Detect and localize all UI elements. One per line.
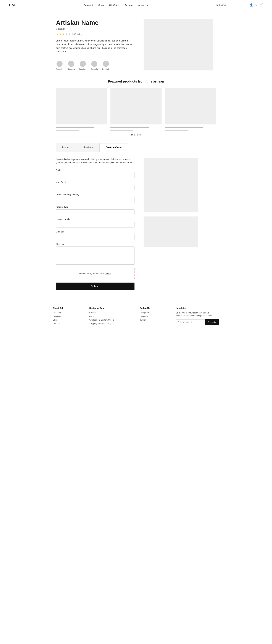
custom-details-input[interactable] xyxy=(56,222,134,228)
upload-link[interactable]: Upload xyxy=(105,272,111,275)
footer-links-social: Instagram Facebook Twitter xyxy=(140,311,150,321)
product-sub-bar-2 xyxy=(110,130,133,131)
search-box[interactable]: 🔍 xyxy=(214,3,247,7)
footer: About Safi Our Story Collections Shop Ar… xyxy=(0,299,272,331)
product-name-bar-2 xyxy=(110,126,149,128)
quantity-label: Quantity xyxy=(56,230,134,233)
footer-link-faqs[interactable]: FAQs xyxy=(89,315,94,318)
artisan-name: Artisian Name xyxy=(56,19,134,26)
specialty-circle-4 xyxy=(91,61,97,67)
tab-reviews[interactable]: Reviews xyxy=(78,143,99,152)
product-type-input[interactable] xyxy=(56,210,134,215)
specialty-circle-2 xyxy=(68,61,74,67)
custom-details-label: Custom Details xyxy=(56,218,134,220)
artisan-location: Location xyxy=(56,27,134,30)
specialty-label-3: Specialty xyxy=(79,68,86,70)
footer-link-our-story[interactable]: Our Story xyxy=(53,312,61,314)
name-input[interactable] xyxy=(56,172,134,178)
tab-custom-order[interactable]: Custom Order xyxy=(99,143,128,152)
footer-links-about: Our Story Collections Shop Artisans xyxy=(53,311,63,325)
footer-link-contact[interactable]: Contact Us xyxy=(89,312,99,314)
dot-1[interactable] xyxy=(131,134,133,136)
custom-details-group: Custom Details xyxy=(56,218,134,228)
specialty-label-5: Specialty xyxy=(102,68,110,70)
nav-featured[interactable]: Featured xyxy=(84,4,93,6)
footer-link-facebook[interactable]: Facebook xyxy=(140,315,149,318)
specialty-circle-1 xyxy=(57,61,63,67)
email-group: Your Email xyxy=(56,181,134,190)
footer-col-care: Customer Care Contact Us FAQs Wholesale … xyxy=(89,307,114,325)
footer-link-shipping[interactable]: Shipping & Return Policy xyxy=(89,322,111,325)
main-container: Artisian Name Location ★ ★ ★ ★ ★ ★ 345 r… xyxy=(53,10,219,299)
footer-link-shop[interactable]: Shop xyxy=(53,319,57,321)
star-2: ★ xyxy=(59,32,62,36)
product-image-2 xyxy=(110,88,161,124)
footer-inner: About Safi Our Story Collections Shop Ar… xyxy=(53,307,219,325)
footer-link-collections[interactable]: Collections xyxy=(53,315,63,318)
product-name-bar-3 xyxy=(165,126,203,128)
artisan-rating: ★ ★ ★ ★ ★ ★ 345 ratings xyxy=(56,32,134,36)
specialty-circle-5 xyxy=(103,61,109,67)
file-upload[interactable]: Drop or file(s) here or click Upload xyxy=(56,268,134,279)
artisan-bio: Lorem ipsum dolor sit amet, consectetur … xyxy=(56,39,134,54)
custom-order-images xyxy=(144,158,198,290)
star-empty: ★ xyxy=(68,32,71,36)
product-type-group: Product Type xyxy=(56,206,134,215)
message-textarea[interactable] xyxy=(56,246,134,264)
email-input[interactable] xyxy=(56,185,134,190)
name-label: Name xyxy=(56,169,134,171)
rating-count: 345 ratings xyxy=(72,33,83,36)
phone-input[interactable] xyxy=(56,197,134,203)
specialty-item-1: Specialty xyxy=(56,61,63,70)
specialty-label-4: Specialty xyxy=(91,68,98,70)
nav-shop[interactable]: Shop xyxy=(98,4,104,6)
artisan-hero: Artisian Name Location ★ ★ ★ ★ ★ ★ 345 r… xyxy=(56,19,216,70)
user-icon[interactable]: 👤 xyxy=(250,3,253,7)
dot-3[interactable] xyxy=(137,134,138,136)
quantity-input[interactable] xyxy=(56,234,134,240)
search-input[interactable] xyxy=(219,4,245,6)
nav-about[interactable]: About Us xyxy=(139,4,148,6)
subscribe-button[interactable]: Subscribe xyxy=(205,319,219,325)
product-card-3 xyxy=(165,88,216,131)
featured-title: Featured products from this artisan xyxy=(56,80,216,84)
footer-link-instagram[interactable]: Instagram xyxy=(140,312,149,314)
newsletter-email-input[interactable] xyxy=(176,319,205,325)
specialty-item-2: Specialty xyxy=(68,61,75,70)
product-name-bar-1 xyxy=(56,126,94,128)
cart-icon[interactable]: 🛒 xyxy=(260,3,263,7)
footer-link-wholesale[interactable]: Wholesale & Custom Orders xyxy=(89,319,114,321)
custom-order-desc: Couldn't find what you are looking for? … xyxy=(56,158,134,164)
footer-link-twitter[interactable]: Twitter xyxy=(140,319,146,321)
header-icons: 👤 ♡ 🛒 xyxy=(250,3,263,7)
footer-heading-about: About Safi xyxy=(53,307,63,309)
product-sub-bar-3 xyxy=(165,130,188,131)
footer-heading-newsletter: Newsletter xyxy=(176,307,219,309)
product-image-1 xyxy=(56,88,107,124)
custom-order-form: Couldn't find what you are looking for? … xyxy=(56,158,134,290)
nav-artisans[interactable]: Artisans xyxy=(125,4,133,6)
header: SAFI Featured Shop Gift Guide Artisans A… xyxy=(0,0,272,10)
specialties: Specialty Specialty Specialty Specialty … xyxy=(56,61,134,70)
product-sub-bar-1 xyxy=(56,130,79,131)
header-right: 🔍 👤 ♡ 🛒 xyxy=(214,3,263,7)
specialty-label-2: Specialty xyxy=(68,68,75,70)
tabs: Products Reviews Custom Order xyxy=(56,143,216,152)
search-icon: 🔍 xyxy=(216,4,218,6)
tab-products[interactable]: Products xyxy=(56,143,78,152)
footer-heading-social: Follow Us xyxy=(140,307,150,309)
product-card-2 xyxy=(110,88,161,131)
phone-label: Phone Number(optional) xyxy=(56,194,134,196)
newsletter-form: Subscribe xyxy=(176,319,219,325)
quantity-group: Quantity xyxy=(56,230,134,240)
footer-link-artisans[interactable]: Artisans xyxy=(53,322,60,325)
featured-section: Featured products from this artisan xyxy=(56,80,216,136)
dot-2[interactable] xyxy=(134,134,135,136)
submit-button[interactable]: Submit xyxy=(56,282,134,290)
dot-4[interactable] xyxy=(139,134,141,136)
nav-gift-guide[interactable]: Gift Guide xyxy=(109,4,119,6)
main-nav: Featured Shop Gift Guide Artisans About … xyxy=(84,4,148,6)
side-image-bottom xyxy=(144,216,198,247)
wishlist-icon[interactable]: ♡ xyxy=(255,3,257,7)
phone-group: Phone Number(optional) xyxy=(56,194,134,203)
